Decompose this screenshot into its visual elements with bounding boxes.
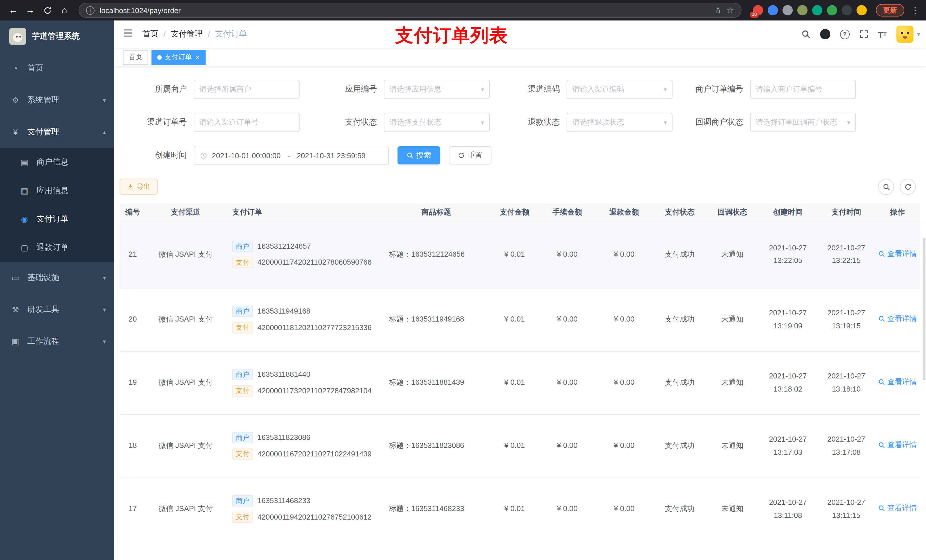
sidebar-item-home[interactable]: ◔首页 (0, 52, 114, 84)
browser-back-icon[interactable]: ← (6, 3, 21, 18)
app-logo[interactable]: 芋道管理系统 (0, 21, 114, 52)
extension-drop-icon[interactable] (768, 5, 778, 15)
browser-refresh-icon[interactable] (40, 3, 54, 18)
filter-field-channel-code: 渠道编码请输入渠道编码▾ (490, 80, 673, 99)
sidebar-item-devtools[interactable]: ⚒研发工具▾ (0, 294, 114, 326)
merchant-tag: 商户 (232, 306, 253, 317)
monitor-icon: ▭ (10, 273, 21, 282)
extension-teal-icon[interactable] (812, 5, 822, 15)
share-icon[interactable] (714, 6, 721, 14)
table-tools (878, 179, 920, 195)
site-info-icon[interactable]: i (86, 6, 95, 15)
pay-tag: 支付 (232, 385, 253, 396)
orders-table: 编号支付渠道支付订单商品标题支付金额手续金额退款金额支付状态回调状态创建时间支付… (120, 204, 920, 560)
github-icon[interactable] (820, 29, 830, 39)
breadcrumb: 首页/支付管理/支付订单 (142, 29, 247, 39)
browser-forward-icon[interactable]: → (23, 3, 38, 18)
app-no-select[interactable]: 请选择应用信息▾ (384, 80, 490, 99)
sidebar-item-merchant-info[interactable]: ▤商户信息 (0, 148, 114, 177)
channel-order-no-input[interactable]: 请输入渠道订单号 (194, 113, 300, 132)
bookmark-star-icon[interactable]: ☆ (726, 5, 734, 15)
channel-code-select[interactable]: 请输入渠道编码▾ (567, 80, 673, 99)
export-button[interactable]: 导出 (120, 179, 158, 195)
pay-status-select[interactable]: 请选择支付状态▾ (384, 113, 490, 132)
sidebar-item-system[interactable]: ⚙系统管理▾ (0, 84, 114, 116)
filter-form: 所属商户请选择所属商户应用编号请选择应用信息▾渠道编码请输入渠道编码▾商户订单编… (114, 67, 926, 165)
refresh-table-button[interactable] (900, 179, 916, 195)
card-icon: ▤ (20, 158, 30, 167)
download-icon (127, 183, 134, 190)
chevron-down-icon: ▾ (103, 274, 106, 281)
browser-home-icon[interactable]: ⌂ (57, 3, 72, 18)
scrollbar-thumb[interactable] (923, 238, 925, 380)
column-header: 支付金额 (490, 204, 539, 221)
document-icon: ▢ (20, 243, 30, 252)
extension-smiley-icon[interactable] (856, 5, 867, 15)
tags-view: 首页 支付订单 × (114, 48, 926, 67)
extension-dark-icon[interactable] (842, 5, 852, 15)
sidebar-item-pay[interactable]: ¥支付管理▴ (0, 116, 114, 148)
grid-icon: ▦ (20, 186, 30, 195)
table-header-row: 编号支付渠道支付订单商品标题支付金额手续金额退款金额支付状态回调状态创建时间支付… (120, 204, 920, 221)
browser-update-button[interactable]: 更新 (876, 4, 904, 17)
view-detail-link[interactable]: 查看详情 (878, 248, 917, 260)
refund-status-select[interactable]: 请选择退款状态▾ (567, 113, 673, 132)
breadcrumb-item[interactable]: 支付管理 (171, 29, 203, 39)
help-icon[interactable]: ? (840, 29, 849, 39)
sidebar-item-pay-order[interactable]: ◉支付订单 (0, 205, 114, 233)
refresh-icon (43, 6, 51, 15)
browser-menu-icon[interactable]: ⋮ (910, 3, 920, 18)
filter-field-pay-status: 支付状态请选择支付状态▾ (300, 113, 490, 132)
scrollbar[interactable] (921, 67, 926, 560)
breadcrumb-separator: / (208, 30, 210, 39)
column-header: 支付订单 (225, 204, 382, 221)
active-dot-icon (157, 55, 162, 59)
tab-home[interactable]: 首页 (123, 50, 148, 65)
extension-green-icon[interactable] (827, 5, 837, 15)
search-button[interactable]: 搜索 (398, 146, 440, 165)
breadcrumb-item[interactable]: 首页 (142, 29, 158, 39)
address-bar[interactable]: i localhost:1024/pay/order ☆ (79, 3, 741, 18)
callback-status-select[interactable]: 请选择订单回调商户状态▾ (750, 113, 856, 132)
sidebar-item-app-info[interactable]: ▦应用信息 (0, 177, 114, 205)
extension-olive-icon[interactable] (797, 5, 808, 15)
view-detail-link[interactable]: 查看详情 (878, 313, 917, 325)
font-size-icon[interactable]: TT (878, 29, 887, 39)
column-header: 编号 (120, 204, 146, 221)
tab-pay-order[interactable]: 支付订单 × (151, 50, 205, 65)
yen-icon: ¥ (10, 127, 21, 137)
chevron-down-icon: ▾ (664, 119, 667, 126)
gear-icon: ⚙ (10, 96, 21, 105)
close-tab-icon[interactable]: × (195, 53, 200, 61)
annotation-title: 支付订单列表 (395, 23, 508, 48)
view-detail-link[interactable]: 查看详情 (878, 376, 917, 388)
view-detail-link[interactable]: 查看详情 (878, 439, 917, 451)
pay-tag: 支付 (232, 448, 253, 460)
orders-tbody: 21微信 JSAPI 支付商户1635312124657支付4200001174… (120, 221, 920, 560)
view-detail-link[interactable]: 查看详情 (878, 502, 917, 515)
merchant-order-no-input[interactable]: 请输入商户订单编号 (750, 80, 856, 99)
extension-colorful-icon[interactable]: 10 (753, 5, 763, 15)
toggle-search-button[interactable] (878, 179, 894, 195)
extension-badge: 10 (750, 12, 758, 18)
sidebar-item-refund-order[interactable]: ▢退款订单 (0, 233, 114, 262)
merchant-input[interactable]: 请选择所属商户 (194, 80, 300, 99)
logo-avatar (9, 28, 26, 45)
user-menu-caret-icon[interactable]: ▾ (917, 30, 920, 38)
hamburger-icon[interactable] (123, 28, 133, 41)
date-range-input[interactable]: 2021-10-01 00:00:00 - 2021-10-31 23:59:5… (194, 146, 389, 165)
sidebar-item-workflow[interactable]: ▣工作流程▾ (0, 326, 114, 358)
reset-button[interactable]: 重置 (449, 146, 492, 165)
chevron-down-icon: ▾ (847, 119, 850, 126)
extension-gray-icon[interactable] (782, 5, 793, 15)
header-search-icon[interactable] (801, 30, 810, 39)
chevron-down-icon: ▾ (664, 86, 667, 93)
fullscreen-icon[interactable] (859, 30, 868, 39)
user-avatar[interactable] (896, 26, 914, 43)
filter-field-channel-order-no: 渠道订单号请输入渠道订单号 (120, 113, 300, 132)
magnifier-icon (878, 315, 885, 322)
chevron-down-icon: ▾ (103, 306, 106, 313)
sidebar-item-infra[interactable]: ▭基础设施▾ (0, 262, 114, 294)
filter-rows: 所属商户请选择所属商户应用编号请选择应用信息▾渠道编码请输入渠道编码▾商户订单编… (120, 80, 926, 132)
column-header: 商品标题 (382, 204, 490, 221)
